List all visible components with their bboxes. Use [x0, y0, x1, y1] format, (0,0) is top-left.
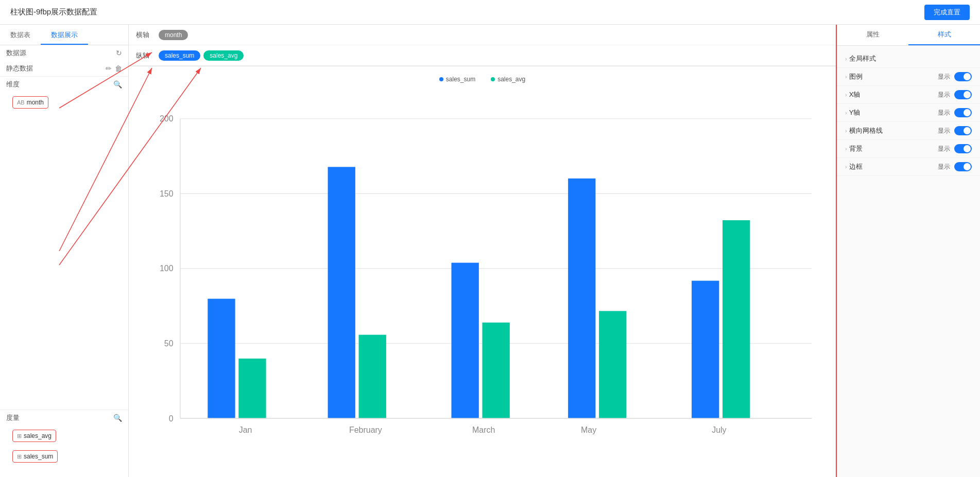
legend-label-sum: sales_sum: [446, 76, 475, 83]
dimension-search-icon[interactable]: 🔍: [113, 80, 122, 89]
legend-dot-sum: [439, 77, 443, 81]
dimension-field-month[interactable]: AB month: [12, 96, 48, 109]
svg-text:July: July: [712, 425, 727, 434]
prop-legend[interactable]: › 图例 显示: [837, 68, 980, 86]
toggle-label-x: 显示: [938, 91, 950, 99]
chevron-icon: ›: [845, 110, 847, 116]
datasource-header: 数据源 ↻: [0, 45, 128, 61]
y-tag-sales-avg[interactable]: sales_avg: [203, 50, 244, 61]
static-data-header: 静态数据 ✏ 🗑: [0, 61, 128, 76]
x-axis-tags: month: [154, 28, 836, 42]
prop-list: › 全局样式 › 图例 显示 › X轴: [837, 46, 980, 180]
bar-may-sum: [568, 179, 595, 418]
field-name: month: [27, 99, 44, 106]
chevron-icon: ›: [845, 164, 847, 170]
chevron-icon: ›: [845, 56, 847, 62]
y-axis-tags: sales_sum sales_avg: [154, 48, 836, 63]
datasource-label: 数据源: [6, 48, 26, 58]
field-type-icon: AB: [17, 99, 25, 105]
prop-label-border: 边框: [849, 162, 863, 171]
prop-label-bg: 背景: [849, 144, 863, 153]
svg-text:March: March: [472, 425, 495, 434]
toggle-grid-lines[interactable]: [954, 126, 972, 135]
toggle-label-bg: 显示: [938, 145, 950, 153]
legend-sales-sum: sales_sum: [439, 76, 475, 83]
toggle-label-y: 显示: [938, 109, 950, 117]
y-axis-row: 纵轴 sales_sum sales_avg: [129, 45, 836, 66]
x-axis-row: 横轴 month: [129, 25, 836, 45]
svg-text:200: 200: [160, 114, 174, 123]
edit-icon[interactable]: ✏: [106, 64, 112, 73]
dimension-header: 维度 🔍: [0, 76, 128, 92]
measure-icon-0: ⊞: [17, 433, 22, 439]
complete-button[interactable]: 完成直置: [924, 5, 970, 20]
measure-label-1: sales_sum: [24, 453, 53, 460]
bar-feb-avg: [359, 335, 386, 418]
svg-text:Jan: Jan: [239, 425, 252, 434]
svg-text:100: 100: [160, 263, 174, 273]
prop-label-y: Y轴: [849, 108, 861, 117]
legend-label-avg: sales_avg: [497, 76, 525, 83]
svg-text:50: 50: [164, 339, 174, 348]
dimension-label: 维度: [6, 80, 20, 89]
toggle-x-axis[interactable]: [954, 90, 972, 99]
legend-sales-avg: sales_avg: [491, 76, 525, 83]
prop-x-axis[interactable]: › X轴 显示: [837, 86, 980, 104]
toggle-background[interactable]: [954, 144, 972, 153]
delete-icon[interactable]: 🗑: [115, 64, 122, 73]
top-bar: 柱状图-9fbp展示数据配置 完成直置: [0, 0, 980, 25]
tab-data-table[interactable]: 数据表: [0, 25, 41, 45]
chart-legend: sales_sum sales_avg: [139, 72, 826, 87]
bar-jul-sum: [692, 281, 719, 418]
prop-global-style[interactable]: › 全局样式: [837, 50, 980, 68]
measure-header: 度量 🔍: [0, 410, 128, 426]
toggle-label-grid: 显示: [938, 127, 950, 135]
chevron-icon: ›: [845, 92, 847, 98]
chart-area: sales_sum sales_avg 0 50: [129, 66, 836, 477]
static-data-label: 静态数据: [6, 64, 33, 73]
right-panel: 属性 样式 › 全局样式 › 图例 显示: [836, 25, 980, 477]
chevron-icon: ›: [845, 128, 847, 134]
toggle-y-axis[interactable]: [954, 108, 972, 117]
x-tag-month[interactable]: month: [159, 30, 188, 40]
svg-text:150: 150: [160, 188, 174, 198]
prop-background[interactable]: › 背景 显示: [837, 140, 980, 158]
chevron-icon: ›: [845, 146, 847, 152]
toggle-border[interactable]: [954, 162, 972, 171]
measure-icon-1: ⊞: [17, 453, 22, 460]
bar-may-avg: [599, 311, 626, 418]
svg-text:May: May: [581, 425, 597, 434]
toggle-label-border: 显示: [938, 163, 950, 171]
chevron-icon: ›: [845, 74, 847, 80]
prop-border[interactable]: › 边框 显示: [837, 158, 980, 176]
measure-label-0: sales_avg: [24, 432, 51, 439]
bar-mar-sum: [452, 263, 479, 418]
prop-y-axis[interactable]: › Y轴 显示: [837, 104, 980, 122]
prop-label-grid: 横向网格线: [849, 126, 883, 135]
datasource-icons: ↻: [116, 49, 122, 57]
tab-properties[interactable]: 属性: [837, 25, 908, 45]
measure-field-sales-sum[interactable]: ⊞ sales_sum: [12, 450, 58, 463]
refresh-icon[interactable]: ↻: [116, 49, 122, 57]
chart-container: 0 50 100 150 200 Jan February: [139, 87, 826, 462]
measure-field-sales-avg[interactable]: ⊞ sales_avg: [12, 430, 56, 442]
prop-grid-lines[interactable]: › 横向网格线 显示: [837, 122, 980, 140]
center-panel: 横轴 month 纵轴 sales_sum sales_avg sales_su…: [129, 25, 836, 477]
toggle-legend[interactable]: [954, 72, 972, 81]
prop-label-x: X轴: [849, 90, 861, 99]
tab-style[interactable]: 样式: [908, 25, 980, 45]
measure-search-icon[interactable]: 🔍: [113, 414, 122, 422]
legend-dot-avg: [491, 77, 495, 81]
right-tabs: 属性 样式: [837, 25, 980, 46]
axis-config-area: 横轴 month 纵轴 sales_sum sales_avg: [129, 25, 836, 66]
main-layout: 数据表 数据展示 数据源 ↻ 静态数据 ✏ 🗑 维度 🔍 AB month: [0, 25, 980, 477]
tab-data-display[interactable]: 数据展示: [41, 25, 88, 45]
bar-jan-avg: [238, 359, 266, 418]
bar-chart: 0 50 100 150 200 Jan February: [139, 87, 826, 462]
y-tag-sales-sum[interactable]: sales_sum: [159, 50, 200, 61]
bar-jul-avg: [723, 220, 750, 418]
svg-text:0: 0: [169, 413, 174, 422]
svg-text:February: February: [349, 425, 383, 434]
bar-mar-avg: [483, 323, 510, 418]
left-panel: 数据表 数据展示 数据源 ↻ 静态数据 ✏ 🗑 维度 🔍 AB month: [0, 25, 129, 477]
